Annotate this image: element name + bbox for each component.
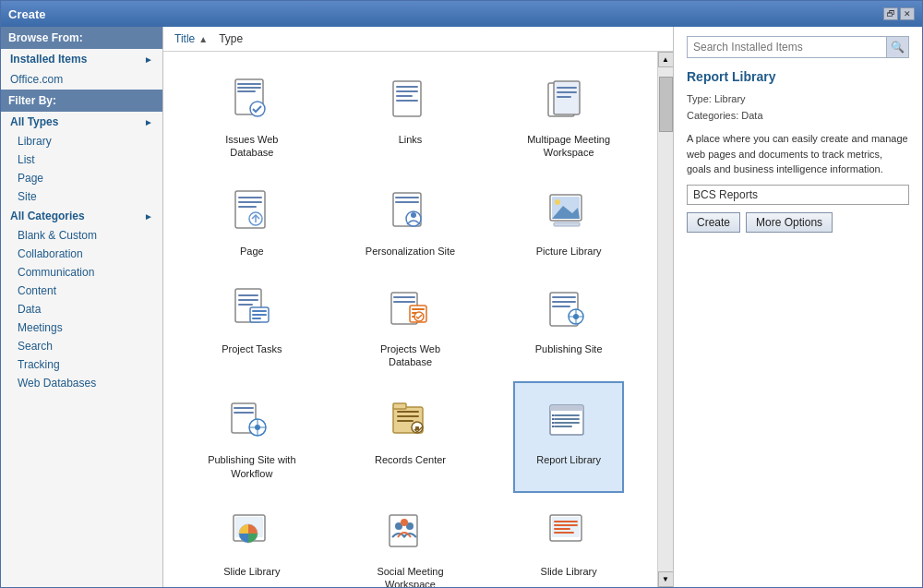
grid-item-slide-lib1[interactable]: Slide Library [197, 493, 307, 587]
more-options-button[interactable]: More Options [746, 212, 833, 233]
grid-row-5: Slide Library [173, 493, 648, 587]
right-panel: 🔍 Report Library Type: Library Categorie… [673, 27, 922, 587]
issues-web-db-label: Issues WebDatabase [225, 133, 278, 160]
sidebar-item-data[interactable]: Data [1, 300, 162, 318]
svg-rect-76 [552, 414, 554, 416]
search-button[interactable]: 🔍 [886, 37, 908, 57]
projects-web-db-label: Projects WebDatabase [380, 342, 440, 369]
close-button[interactable]: ✕ [900, 7, 915, 20]
scroll-up-button[interactable]: ▲ [658, 52, 674, 67]
project-tasks-label: Project Tasks [222, 342, 282, 355]
chevron-right-icon-cats: ► [144, 211, 153, 222]
issues-web-db-icon [224, 72, 280, 127]
page-label: Page [240, 245, 264, 258]
svg-rect-32 [238, 294, 258, 296]
slide-lib1-icon [224, 504, 280, 559]
sidebar-item-content[interactable]: Content [1, 282, 162, 300]
title-bar: Create 🗗 ✕ [1, 1, 922, 27]
sidebar-all-types[interactable]: All Types ► [1, 112, 162, 132]
personalization-site-icon [382, 184, 438, 239]
sidebar-item-tracking[interactable]: Tracking [1, 355, 162, 374]
sidebar-item-search[interactable]: Search [1, 337, 162, 355]
svg-rect-3 [237, 90, 256, 92]
grid-item-links[interactable]: Links [354, 61, 465, 173]
svg-rect-18 [238, 206, 257, 208]
sidebar-all-categories[interactable]: All Categories ► [1, 206, 162, 226]
svg-rect-41 [393, 301, 415, 303]
svg-point-28 [555, 199, 560, 205]
main-header: Title ▲ Type [163, 27, 673, 52]
records-center-label: Records Center [375, 453, 446, 466]
svg-point-86 [401, 519, 408, 526]
grid-row-2: Page [173, 173, 648, 270]
panel-description: A place where you can easily create and … [687, 131, 909, 177]
svg-rect-7 [396, 90, 418, 92]
grid-item-page[interactable]: Page [197, 173, 307, 270]
browse-from-header: Browse From: [1, 27, 162, 49]
publishing-site-label: Publishing Site [535, 342, 603, 355]
svg-rect-63 [393, 403, 406, 409]
scroll-down-button[interactable]: ▼ [658, 571, 674, 587]
window: Create 🗗 ✕ Browse From: Installed Items … [0, 0, 923, 588]
sidebar: Browse From: Installed Items ► Office.co… [1, 27, 163, 587]
sidebar-item-page[interactable]: Page [1, 169, 162, 187]
chevron-right-icon-types: ► [144, 117, 153, 127]
panel-type: Type: Library [687, 91, 909, 108]
sidebar-item-list[interactable]: List [1, 150, 162, 169]
sidebar-item-office-com[interactable]: Office.com [1, 69, 162, 90]
restore-button[interactable]: 🗗 [883, 7, 898, 20]
publishing-site-icon [541, 282, 596, 337]
filter-by-header: Filter By: [1, 90, 162, 112]
svg-rect-13 [557, 91, 577, 93]
svg-rect-71 [550, 409, 583, 411]
picture-library-icon [541, 184, 596, 239]
grid-item-social-meeting[interactable]: Social MeetingWorkspace [354, 493, 465, 587]
grid-item-records-center[interactable]: Records Center [354, 381, 465, 493]
svg-rect-68 [415, 426, 419, 430]
grid-row-1: Issues WebDatabase [173, 61, 648, 173]
all-categories-label: All Categories [10, 210, 85, 222]
svg-rect-48 [552, 296, 576, 298]
create-button[interactable]: Create [687, 212, 740, 233]
grid-item-publishing-site[interactable]: Publishing Site [513, 270, 624, 382]
grid-item-publishing-site-workflow[interactable]: Publishing Site withWorkflow [197, 381, 307, 493]
sort-title-label[interactable]: Title [174, 32, 195, 45]
svg-rect-43 [412, 308, 425, 310]
sidebar-item-library[interactable]: Library [1, 132, 162, 150]
sidebar-item-collaboration[interactable]: Collaboration [1, 245, 162, 263]
svg-rect-89 [554, 521, 578, 522]
sidebar-item-web-databases[interactable]: Web Databases [1, 374, 162, 392]
sidebar-item-meetings[interactable]: Meetings [1, 318, 162, 337]
grid-item-report-library[interactable]: Report Library [513, 381, 624, 493]
svg-rect-56 [234, 407, 254, 409]
grid-item-project-tasks[interactable]: Project Tasks [197, 270, 307, 382]
records-center-icon [382, 392, 438, 448]
panel-buttons: Create More Options [687, 212, 909, 233]
search-input[interactable] [688, 41, 886, 54]
grid-item-slide-lib2[interactable]: Slide Library [513, 493, 624, 587]
sidebar-item-blank-custom[interactable]: Blank & Custom [1, 226, 162, 245]
sort-type-label[interactable]: Type [219, 32, 243, 45]
scroll-track[interactable] [658, 67, 674, 571]
projects-web-db-icon [382, 282, 438, 337]
page-icon [224, 184, 280, 239]
grid-item-projects-web-db[interactable]: Projects WebDatabase [354, 270, 465, 382]
scroll-thumb[interactable] [659, 77, 673, 132]
grid-item-multipage-meeting[interactable]: Multipage MeetingWorkspace [513, 61, 624, 173]
panel-name-input[interactable] [687, 185, 909, 205]
grid-item-issues-web-db[interactable]: Issues WebDatabase [197, 61, 307, 173]
svg-rect-37 [252, 314, 267, 316]
svg-rect-49 [552, 301, 576, 303]
publishing-site-workflow-icon [224, 392, 280, 448]
sidebar-item-installed[interactable]: Installed Items ► [1, 49, 162, 69]
sidebar-item-site[interactable]: Site [1, 187, 162, 206]
svg-rect-30 [554, 222, 580, 226]
grid-item-picture-library[interactable]: Picture Library [513, 173, 624, 270]
scrollbar[interactable]: ▲ ▼ [657, 52, 673, 587]
grid-item-personalization-site[interactable]: Personalization Site [354, 173, 465, 270]
window-controls: 🗗 ✕ [883, 7, 915, 20]
sidebar-item-communication[interactable]: Communication [1, 263, 162, 282]
svg-rect-91 [554, 528, 570, 530]
main-content: Title ▲ Type [163, 27, 673, 587]
svg-rect-14 [557, 96, 571, 98]
